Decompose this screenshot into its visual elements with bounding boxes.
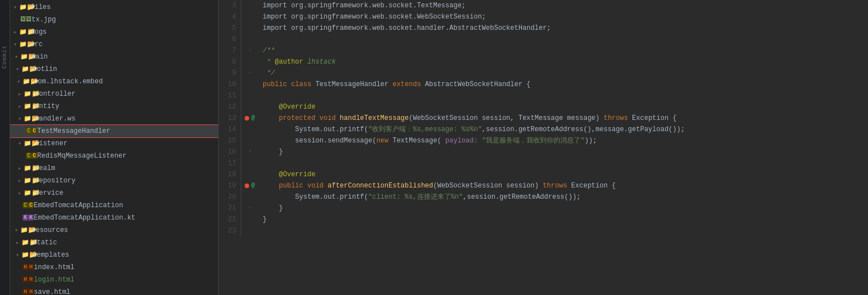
tree-item-src[interactable]: 📂src — [10, 38, 218, 51]
tree-item-login-html[interactable]: Hlogin.html — [10, 274, 218, 286]
tree-item-save-html[interactable]: Hsave.html — [10, 286, 218, 295]
line-gutter — [241, 90, 258, 101]
tree-item-tx-jpg[interactable]: 🖼tx.jpg — [10, 14, 218, 26]
code-token: } — [263, 204, 283, 212]
line-content: System.out.printf("client: %s,连接进来了%n",s… — [258, 191, 868, 203]
line-gutter — [241, 11, 258, 23]
folder-open-icon: 📂 — [19, 40, 28, 49]
code-token: "client: %s,连接进来了%n" — [368, 193, 463, 201]
breakpoint-marker[interactable] — [245, 184, 249, 188]
tree-item-label: entity — [35, 102, 59, 110]
line-content: */ — [258, 68, 868, 79]
tree-item-logs[interactable]: 📁logs — [10, 26, 218, 38]
code-line: 19@ public void afterConnectionEstablish… — [219, 180, 868, 191]
code-token: * — [263, 58, 275, 66]
tree-item-static[interactable]: 📁static — [10, 236, 218, 249]
line-gutter — [241, 214, 258, 225]
line-number: 23 — [219, 225, 241, 236]
line-number: 3 — [219, 0, 241, 11]
tree-item-kotlin[interactable]: 📂kotlin — [10, 63, 218, 75]
line-content — [258, 158, 868, 169]
tree-item-label: resources — [32, 226, 68, 234]
line-number: 21 — [219, 203, 241, 214]
code-line: 20 System.out.printf("client: %s,连接进来了%n… — [219, 191, 868, 203]
tree-item-handler-ws[interactable]: 📂handler.ws — [10, 113, 218, 125]
folder-open-icon: 📂 — [21, 65, 30, 74]
java-file-icon: C — [26, 151, 35, 160]
folder-closed-icon: 📁 — [21, 238, 30, 247]
folder-open-arrow — [11, 41, 19, 48]
tree-item-realm[interactable]: 📁realm — [10, 162, 218, 175]
folder-open-icon: 📂 — [21, 251, 30, 260]
code-line: 12 @Override — [219, 101, 868, 113]
code-token: { — [526, 81, 530, 88]
tree-item-EmbedTomcatApplication[interactable]: CEmbedTomcatApplication — [10, 199, 218, 212]
code-lines: 3import org.springframework.web.socket.T… — [219, 0, 868, 236]
code-line: 15 session.sendMessage(new TextMessage( … — [219, 135, 868, 146]
tree-item-label: logs — [30, 28, 47, 36]
line-content: public class TestMessageHandler extends … — [258, 79, 868, 90]
tree-item-controller[interactable]: 📁controller — [10, 88, 218, 100]
tree-item-index-html[interactable]: Hindex.html — [10, 261, 218, 274]
html-file-icon: H — [23, 288, 32, 295]
code-token: "我是服务端，我收到你的消息了" — [482, 137, 584, 145]
line-number: 13 — [219, 113, 241, 124]
line-gutter: − — [241, 203, 258, 214]
tree-item-label: index.html — [34, 263, 74, 271]
folder-closed-icon: 📁 — [24, 176, 33, 185]
tree-item-templates[interactable]: 📂templates — [10, 249, 218, 261]
tree-item-entity[interactable]: 📁entity — [10, 100, 218, 113]
line-number: 5 — [219, 23, 241, 34]
tree-item-label: service — [35, 189, 63, 197]
line-content: System.out.printf("收到客户端：%s,message: %s%… — [258, 124, 868, 135]
tree-item-TestMessageHandler[interactable]: CTestMessageHandler — [10, 125, 218, 137]
line-content: * @author lhstack — [258, 56, 868, 68]
tree-item-label: main — [32, 53, 48, 61]
tree-item-label: com.lhstack.embed — [34, 78, 103, 86]
tree-item-listener[interactable]: 📂listener — [10, 137, 218, 150]
tree-item-main[interactable]: 📂main — [10, 51, 218, 63]
line-number: 17 — [219, 158, 241, 169]
code-token: Exception { — [632, 114, 676, 122]
code-token: class — [291, 81, 315, 88]
line-number: 19 — [219, 180, 241, 191]
line-number: 15 — [219, 135, 241, 146]
code-token: lhstack — [303, 58, 336, 66]
tree-item-service[interactable]: 📁service — [10, 187, 218, 199]
line-number: 9 — [219, 68, 241, 79]
tree-item-EmbedTomcatApplication-kt[interactable]: KEmbedTomcatApplication.kt — [10, 212, 218, 224]
tree-item-label: save.html — [34, 288, 70, 295]
code-token: new — [377, 137, 393, 145]
code-token: protected — [279, 114, 320, 122]
fold-arrow[interactable]: − — [248, 68, 251, 79]
tree-item-files[interactable]: 📂files — [10, 1, 218, 14]
line-number: 7 — [219, 45, 241, 56]
line-gutter: − — [241, 45, 258, 56]
code-line: 21− } — [219, 203, 868, 214]
fold-arrow[interactable]: − — [248, 45, 251, 56]
fold-arrow[interactable]: − — [248, 203, 251, 214]
code-token: session) — [502, 182, 543, 190]
line-number: 14 — [219, 124, 241, 135]
code-line: 7−/** — [219, 45, 868, 56]
file-tree: 📂files🖼tx.jpg📁logs📂src📂main📂kotlin📂com.l… — [10, 0, 219, 295]
line-content: import org.springframework.web.socket.ha… — [258, 23, 868, 34]
kotlin-file-icon: K — [23, 213, 32, 222]
tree-item-RedisMqMessageListener[interactable]: CRedisMqMessageListener — [10, 150, 218, 162]
tree-item-resources[interactable]: 📂resources — [10, 224, 218, 236]
fold-arrow[interactable]: − — [248, 146, 251, 158]
folder-open-arrow — [14, 252, 21, 258]
tree-item-com-lhstack-embed[interactable]: 📂com.lhstack.embed — [10, 75, 218, 88]
code-token: WebSocketSession — [413, 114, 477, 122]
line-gutter — [241, 158, 258, 169]
tree-item-repository[interactable]: 📁repository — [10, 175, 218, 187]
code-token: TestMessageHandler — [316, 81, 393, 88]
line-content — [258, 90, 868, 101]
code-line: 11 — [219, 90, 868, 101]
line-content: @Override — [258, 169, 868, 180]
line-gutter — [241, 191, 258, 203]
code-line: 22} — [219, 214, 868, 225]
line-gutter — [241, 101, 258, 113]
tree-item-label: kotlin — [33, 65, 57, 73]
breakpoint-marker[interactable] — [245, 116, 249, 120]
